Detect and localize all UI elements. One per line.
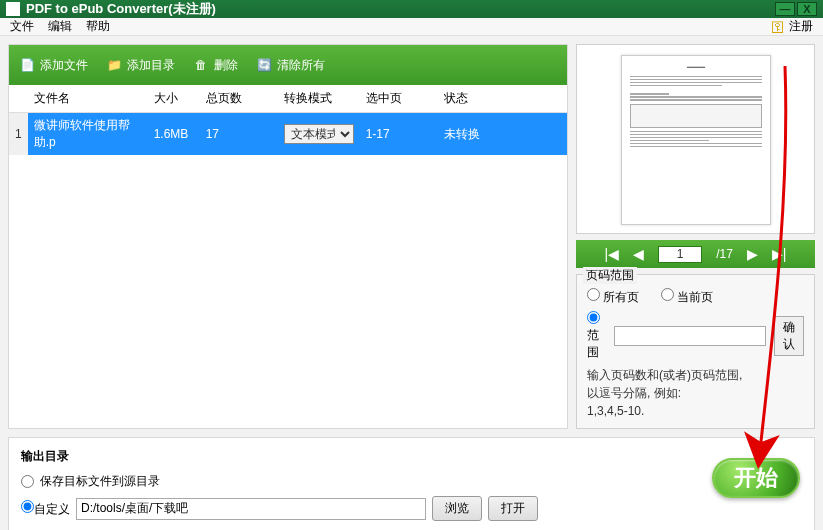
range-hint: 输入页码数和(或者)页码范围, 以逗号分隔, 例如: 1,3,4,5-10. xyxy=(587,366,804,420)
cell-pages: 17 xyxy=(200,113,278,156)
row-index: 1 xyxy=(9,113,28,156)
col-name[interactable]: 文件名 xyxy=(28,85,148,113)
radio-same-dir[interactable]: 保存目标文件到源目录 xyxy=(21,473,802,490)
range-legend: 页码范围 xyxy=(583,267,637,284)
col-pages[interactable]: 总页数 xyxy=(200,85,278,113)
cell-status: 未转换 xyxy=(438,113,567,156)
register-label: 注册 xyxy=(789,18,813,35)
window-title: PDF to ePub Converter(未注册) xyxy=(26,0,773,18)
prev-page-button[interactable]: ◀ xyxy=(633,246,644,262)
add-file-button[interactable]: 📄 添加文件 xyxy=(19,57,88,74)
cell-name: 微讲师软件使用帮助.p xyxy=(28,113,148,156)
file-list-panel: 📄 添加文件 📁 添加目录 🗑 删除 🔄 清除所有 xyxy=(8,44,568,429)
output-path-input[interactable] xyxy=(76,498,426,520)
folder-add-icon: 📁 xyxy=(106,57,122,73)
page-navigator: |◀ ◀ /17 ▶ ▶| xyxy=(576,240,815,268)
key-icon: ⚿ xyxy=(771,19,785,35)
radio-custom-dir[interactable]: 自定义 xyxy=(21,500,70,518)
open-button[interactable]: 打开 xyxy=(488,496,538,521)
toolbar: 📄 添加文件 📁 添加目录 🗑 删除 🔄 清除所有 xyxy=(9,45,567,85)
clear-icon: 🔄 xyxy=(256,57,272,73)
titlebar: PDF to ePub Converter(未注册) — X xyxy=(0,0,823,18)
cell-selpages: 1-17 xyxy=(360,113,438,156)
menu-edit[interactable]: 编辑 xyxy=(48,18,72,35)
col-status[interactable]: 状态 xyxy=(438,85,567,113)
minimize-button[interactable]: — xyxy=(775,2,795,16)
range-ok-button[interactable]: 确认 xyxy=(774,316,804,356)
preview-panel: ━━━━━━ xyxy=(576,44,815,234)
page-total: /17 xyxy=(716,247,733,261)
page-input[interactable] xyxy=(658,246,702,263)
menu-file[interactable]: 文件 xyxy=(10,18,34,35)
browse-button[interactable]: 浏览 xyxy=(432,496,482,521)
col-selpages[interactable]: 选中页 xyxy=(360,85,438,113)
file-table: 文件名 大小 总页数 转换模式 选中页 状态 1 微讲师软件使用 xyxy=(9,85,567,155)
output-panel: 输出目录 保存目标文件到源目录 自定义 浏览 打开 开始 xyxy=(8,437,815,530)
register-link[interactable]: ⚿ 注册 xyxy=(771,18,813,35)
last-page-button[interactable]: ▶| xyxy=(772,246,787,262)
page-range-panel: 页码范围 所有页 当前页 范围 确认 输入页码数和(或者)页码范围, 以逗号分隔… xyxy=(576,274,815,429)
radio-range[interactable]: 范围 xyxy=(587,311,606,361)
delete-button[interactable]: 🗑 删除 xyxy=(193,57,238,74)
file-add-icon: 📄 xyxy=(19,57,35,73)
cell-mode: 文本模式 xyxy=(278,113,360,156)
menu-help[interactable]: 帮助 xyxy=(86,18,110,35)
delete-icon: 🗑 xyxy=(193,57,209,73)
first-page-button[interactable]: |◀ xyxy=(605,246,620,262)
start-button[interactable]: 开始 xyxy=(712,458,800,498)
radio-current-page[interactable]: 当前页 xyxy=(661,288,713,306)
cell-size: 1.6MB xyxy=(148,113,200,156)
app-icon xyxy=(6,2,20,16)
close-button[interactable]: X xyxy=(797,2,817,16)
menubar: 文件 编辑 帮助 ⚿ 注册 xyxy=(0,18,823,36)
range-input[interactable] xyxy=(614,326,766,346)
radio-all-pages[interactable]: 所有页 xyxy=(587,288,639,306)
document-thumbnail: ━━━━━━ xyxy=(621,55,771,225)
col-idx xyxy=(9,85,28,113)
add-folder-button[interactable]: 📁 添加目录 xyxy=(106,57,175,74)
table-row[interactable]: 1 微讲师软件使用帮助.p 1.6MB 17 文本模式 1-17 xyxy=(9,113,567,156)
next-page-button[interactable]: ▶ xyxy=(747,246,758,262)
clear-all-button[interactable]: 🔄 清除所有 xyxy=(256,57,325,74)
output-title: 输出目录 xyxy=(21,448,802,465)
col-size[interactable]: 大小 xyxy=(148,85,200,113)
mode-select[interactable]: 文本模式 xyxy=(284,124,354,144)
col-mode[interactable]: 转换模式 xyxy=(278,85,360,113)
